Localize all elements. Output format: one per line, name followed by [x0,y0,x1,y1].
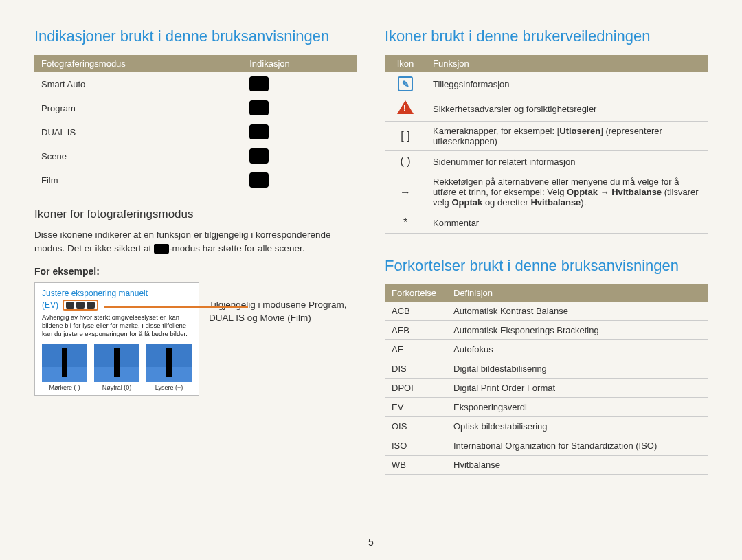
table-row: DISDigital bildestabilisering [385,359,708,379]
example-row: Justere eksponering manuelt (EV) Avhengi… [34,282,357,396]
th-mode: Fotograferingsmodus [34,55,243,72]
bracket-icon: [ ] [385,122,426,151]
heading-icons: Ikoner brukt i denne brukerveiledningen [385,27,708,45]
table-row: *Kommentar [385,212,708,234]
thumb-neutral: Nøytral (0) [94,344,139,391]
table-row: AEBAutomatisk Eksponerings Bracketing [385,321,708,340]
table-row: ISOInternational Organization for Standa… [385,436,708,456]
table-row: →Rekkefølgen på alternativene eller meny… [385,172,708,212]
table-row: ✎Tilleggsinformasjon [385,72,708,96]
ev-label: (EV) [42,300,58,310]
asterisk-icon: * [385,212,426,234]
left-column: Indikasjoner brukt i denne bruksanvisnin… [34,27,357,546]
callout-line [104,306,248,308]
table-row: AFAutofokus [385,340,708,359]
th-indication: Indikasjon [243,55,357,72]
example-description: Avhengig av hvor sterkt omgivelseslyset … [42,313,192,338]
table-row: [ ]Kameraknapper, for eksempel: [Utløser… [385,122,708,151]
heading-abbreviations: Forkortelser brukt i denne bruksanvisnin… [385,257,708,275]
paren-icon: ( ) [385,151,426,172]
table-row: ( )Sidenummer for relatert informasjon [385,151,708,172]
thumb-lighter: Lysere (+) [146,344,192,391]
mode-chip-group [63,300,98,311]
chip-dual-icon [76,302,85,309]
thumb-darker: Mørkere (-) [42,344,87,391]
for-example-label: For eksempel: [34,266,357,277]
thumb-image [146,344,192,382]
scene-inline-icon [154,244,169,254]
table-row: ACBAutomatisk Kontrast Balanse [385,302,708,321]
table-row: Film [34,168,357,192]
chip-movie-icon [87,302,95,309]
table-row: DUAL IS [34,120,357,144]
camera-p-icon [249,100,269,115]
camera-smart-icon [249,76,269,91]
example-box: Justere eksponering manuelt (EV) Avhengi… [34,282,199,396]
dual-is-icon [249,124,269,139]
bracket-desc: Kameraknapper, for eksempel: [Utløseren]… [426,122,708,151]
warning-icon [397,100,414,114]
table-row: DPOFDigital Print Order Format [385,379,708,398]
thumb-image [94,344,139,382]
thumbnail-row: Mørkere (-) Nøytral (0) Lysere (+) [42,344,192,391]
th-abbr: Forkortelse [385,284,447,302]
info-icon: ✎ [398,76,413,91]
table-row: Sikkerhetsadvarsler og forsiktighetsregl… [385,96,708,122]
th-icon: Ikon [385,55,426,72]
table-row: EVEksponeringsverdi [385,398,708,417]
th-function: Funksjon [426,55,708,72]
arrow-desc: Rekkefølgen på alternativene eller menye… [426,172,708,212]
thumb-image [42,344,87,382]
abbreviations-table: ForkortelseDefinisjon ACBAutomatisk Kont… [385,284,708,475]
mode-icons-description: Disse ikonene indikerer at en funksjon e… [34,228,357,255]
chip-p-icon [66,302,74,309]
table-row: OISOptisk bildestabilisering [385,417,708,436]
example-side-note: Tilgjengelig i modusene Program, DUAL IS… [209,282,357,396]
right-column: Ikoner brukt i denne brukerveiledningen … [385,27,708,546]
scene-icon [249,148,269,164]
table-row: WBHvitbalanse [385,456,708,475]
th-def: Definisjon [447,284,708,302]
example-title: Justere eksponering manuelt [42,289,192,298]
page-number: 5 [368,537,374,548]
film-icon [249,172,269,188]
table-row: Smart Auto [34,72,357,96]
table-row: Program [34,96,357,120]
subheading-mode-icons: Ikoner for fotograferingsmodus [34,208,357,221]
icons-table: IkonFunksjon ✎Tilleggsinformasjon Sikker… [385,55,708,234]
table-header-row: Fotograferingsmodus Indikasjon [34,55,357,72]
modes-table: Fotograferingsmodus Indikasjon Smart Aut… [34,55,357,192]
arrow-icon: → [385,172,426,212]
heading-indications: Indikasjoner brukt i denne bruksanvisnin… [34,27,357,45]
table-row: Scene [34,144,357,168]
